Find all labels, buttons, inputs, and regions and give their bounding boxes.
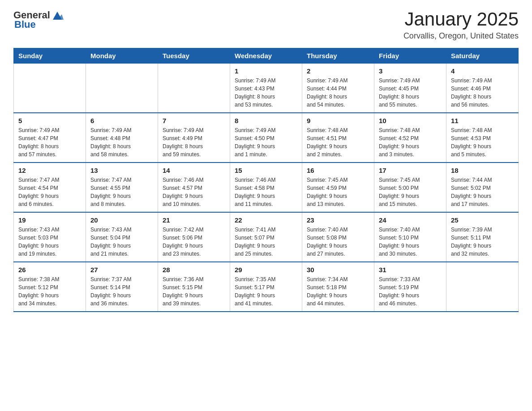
week-row-5: 26Sunrise: 7:38 AM Sunset: 5:12 PM Dayli…: [14, 262, 519, 312]
day-info: Sunrise: 7:41 AM Sunset: 5:07 PM Dayligh…: [235, 226, 297, 258]
calendar-cell: 19Sunrise: 7:43 AM Sunset: 5:03 PM Dayli…: [14, 212, 86, 262]
header-saturday: Saturday: [446, 48, 519, 64]
calendar-cell: 2Sunrise: 7:49 AM Sunset: 4:44 PM Daylig…: [302, 64, 374, 113]
day-info: Sunrise: 7:45 AM Sunset: 4:59 PM Dayligh…: [307, 176, 369, 208]
page-header: General Blue January 2025 Corvallis, Ore…: [13, 9, 519, 41]
header-wednesday: Wednesday: [230, 48, 302, 64]
day-info: Sunrise: 7:49 AM Sunset: 4:50 PM Dayligh…: [235, 126, 297, 158]
day-number: 28: [163, 266, 225, 274]
day-info: Sunrise: 7:49 AM Sunset: 4:45 PM Dayligh…: [379, 77, 442, 109]
calendar-cell: 5Sunrise: 7:49 AM Sunset: 4:47 PM Daylig…: [14, 113, 86, 163]
day-info: Sunrise: 7:36 AM Sunset: 5:15 PM Dayligh…: [163, 275, 225, 308]
header-row: SundayMondayTuesdayWednesdayThursdayFrid…: [14, 48, 519, 64]
day-number: 19: [18, 216, 81, 224]
calendar-cell: 15Sunrise: 7:46 AM Sunset: 4:58 PM Dayli…: [230, 163, 302, 212]
day-number: 25: [451, 216, 514, 224]
calendar-cell: 3Sunrise: 7:49 AM Sunset: 4:45 PM Daylig…: [374, 64, 446, 113]
header-friday: Friday: [374, 48, 446, 64]
day-info: Sunrise: 7:48 AM Sunset: 4:51 PM Dayligh…: [307, 126, 369, 158]
day-info: Sunrise: 7:43 AM Sunset: 5:03 PM Dayligh…: [18, 226, 81, 258]
title-block: January 2025 Corvallis, Oregon, United S…: [403, 9, 519, 41]
week-row-4: 19Sunrise: 7:43 AM Sunset: 5:03 PM Dayli…: [14, 212, 519, 262]
calendar-cell: 30Sunrise: 7:34 AM Sunset: 5:18 PM Dayli…: [302, 262, 374, 312]
day-number: 11: [451, 117, 514, 124]
day-info: Sunrise: 7:33 AM Sunset: 5:19 PM Dayligh…: [379, 275, 442, 308]
calendar-cell: 24Sunrise: 7:40 AM Sunset: 5:10 PM Dayli…: [374, 212, 446, 262]
day-info: Sunrise: 7:45 AM Sunset: 5:00 PM Dayligh…: [379, 176, 442, 208]
week-row-2: 5Sunrise: 7:49 AM Sunset: 4:47 PM Daylig…: [14, 113, 519, 163]
day-info: Sunrise: 7:46 AM Sunset: 4:57 PM Dayligh…: [163, 176, 225, 208]
day-info: Sunrise: 7:47 AM Sunset: 4:55 PM Dayligh…: [90, 176, 153, 208]
day-number: 29: [235, 266, 297, 274]
day-info: Sunrise: 7:49 AM Sunset: 4:43 PM Dayligh…: [235, 77, 297, 109]
day-number: 21: [163, 216, 225, 224]
month-title: January 2025: [403, 9, 519, 30]
header-sunday: Sunday: [14, 48, 86, 64]
week-row-1: 1Sunrise: 7:49 AM Sunset: 4:43 PM Daylig…: [14, 64, 519, 113]
day-number: 6: [90, 117, 153, 124]
calendar-cell: 28Sunrise: 7:36 AM Sunset: 5:15 PM Dayli…: [158, 262, 230, 312]
day-info: Sunrise: 7:35 AM Sunset: 5:17 PM Dayligh…: [235, 275, 297, 308]
calendar-cell: 26Sunrise: 7:38 AM Sunset: 5:12 PM Dayli…: [14, 262, 86, 312]
calendar-cell: [158, 64, 230, 113]
day-number: 2: [307, 67, 369, 75]
calendar-cell: 10Sunrise: 7:48 AM Sunset: 4:52 PM Dayli…: [374, 113, 446, 163]
calendar-cell: 6Sunrise: 7:49 AM Sunset: 4:48 PM Daylig…: [86, 113, 158, 163]
day-number: 3: [379, 67, 442, 75]
week-row-3: 12Sunrise: 7:47 AM Sunset: 4:54 PM Dayli…: [14, 163, 519, 212]
calendar-cell: 31Sunrise: 7:33 AM Sunset: 5:19 PM Dayli…: [374, 262, 446, 312]
day-number: 9: [307, 117, 369, 124]
calendar-cell: 9Sunrise: 7:48 AM Sunset: 4:51 PM Daylig…: [302, 113, 374, 163]
day-info: Sunrise: 7:43 AM Sunset: 5:04 PM Dayligh…: [90, 226, 153, 258]
day-info: Sunrise: 7:38 AM Sunset: 5:12 PM Dayligh…: [18, 275, 81, 308]
calendar-cell: 27Sunrise: 7:37 AM Sunset: 5:14 PM Dayli…: [86, 262, 158, 312]
day-number: 12: [18, 167, 81, 174]
day-number: 30: [307, 266, 369, 274]
day-number: 13: [90, 167, 153, 174]
day-info: Sunrise: 7:40 AM Sunset: 5:10 PM Dayligh…: [379, 226, 442, 258]
calendar-cell: 16Sunrise: 7:45 AM Sunset: 4:59 PM Dayli…: [302, 163, 374, 212]
calendar-cell: 1Sunrise: 7:49 AM Sunset: 4:43 PM Daylig…: [230, 64, 302, 113]
calendar-cell: 8Sunrise: 7:49 AM Sunset: 4:50 PM Daylig…: [230, 113, 302, 163]
day-number: 18: [451, 167, 514, 174]
calendar-cell: 7Sunrise: 7:49 AM Sunset: 4:49 PM Daylig…: [158, 113, 230, 163]
day-number: 16: [307, 167, 369, 174]
day-info: Sunrise: 7:44 AM Sunset: 5:02 PM Dayligh…: [451, 176, 514, 208]
day-number: 27: [90, 266, 153, 274]
calendar-cell: 20Sunrise: 7:43 AM Sunset: 5:04 PM Dayli…: [86, 212, 158, 262]
calendar-cell: [14, 64, 86, 113]
day-number: 26: [18, 266, 81, 274]
calendar-cell: 12Sunrise: 7:47 AM Sunset: 4:54 PM Dayli…: [14, 163, 86, 212]
calendar-cell: 23Sunrise: 7:40 AM Sunset: 5:08 PM Dayli…: [302, 212, 374, 262]
day-info: Sunrise: 7:49 AM Sunset: 4:48 PM Dayligh…: [90, 126, 153, 158]
header-tuesday: Tuesday: [158, 48, 230, 64]
calendar-cell: [446, 262, 519, 312]
calendar-cell: 25Sunrise: 7:39 AM Sunset: 5:11 PM Dayli…: [446, 212, 519, 262]
day-number: 8: [235, 117, 297, 124]
logo-icon: [51, 9, 64, 21]
calendar-cell: 17Sunrise: 7:45 AM Sunset: 5:00 PM Dayli…: [374, 163, 446, 212]
day-info: Sunrise: 7:48 AM Sunset: 4:53 PM Dayligh…: [451, 126, 514, 158]
day-info: Sunrise: 7:49 AM Sunset: 4:46 PM Dayligh…: [451, 77, 514, 109]
calendar-cell: 22Sunrise: 7:41 AM Sunset: 5:07 PM Dayli…: [230, 212, 302, 262]
day-number: 20: [90, 216, 153, 224]
day-number: 22: [235, 216, 297, 224]
calendar-cell: 13Sunrise: 7:47 AM Sunset: 4:55 PM Dayli…: [86, 163, 158, 212]
day-info: Sunrise: 7:37 AM Sunset: 5:14 PM Dayligh…: [90, 275, 153, 308]
header-monday: Monday: [86, 48, 158, 64]
day-number: 4: [451, 67, 514, 75]
day-number: 5: [18, 117, 81, 124]
day-number: 10: [379, 117, 442, 124]
header-thursday: Thursday: [302, 48, 374, 64]
day-number: 1: [235, 67, 297, 75]
day-info: Sunrise: 7:47 AM Sunset: 4:54 PM Dayligh…: [18, 176, 81, 208]
day-info: Sunrise: 7:49 AM Sunset: 4:49 PM Dayligh…: [163, 126, 225, 158]
day-number: 17: [379, 167, 442, 174]
calendar-table: SundayMondayTuesdayWednesdayThursdayFrid…: [13, 48, 519, 312]
day-number: 23: [307, 216, 369, 224]
day-number: 14: [163, 167, 225, 174]
calendar-cell: 11Sunrise: 7:48 AM Sunset: 4:53 PM Dayli…: [446, 113, 519, 163]
day-info: Sunrise: 7:49 AM Sunset: 4:47 PM Dayligh…: [18, 126, 81, 158]
calendar-cell: 4Sunrise: 7:49 AM Sunset: 4:46 PM Daylig…: [446, 64, 519, 113]
logo: General Blue: [13, 9, 64, 30]
